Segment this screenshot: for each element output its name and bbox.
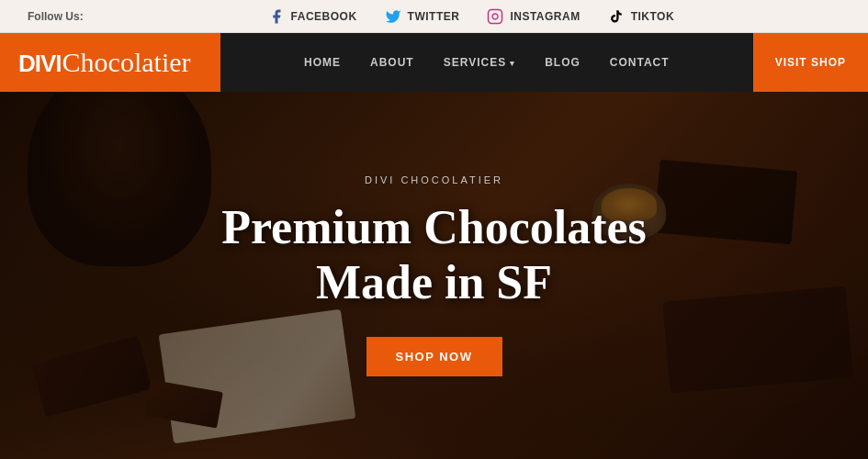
hero-title-line2: Made in SF bbox=[316, 256, 552, 308]
navbar: DIVI Chocolatier HOME ABOUT SERVICES ▾ B… bbox=[0, 33, 868, 92]
instagram-link[interactable]: INSTAGRAM bbox=[487, 8, 580, 25]
top-bar: Follow Us: FACEBOOK TWITTER INSTAGRAM bbox=[0, 0, 868, 33]
social-links: FACEBOOK TWITTER INSTAGRAM TIKTOK bbox=[102, 8, 840, 25]
hero-title: Premium Chocolates Made in SF bbox=[221, 200, 647, 310]
visit-shop-button[interactable]: VISIT SHOP bbox=[753, 33, 868, 92]
nav-contact[interactable]: CONTACT bbox=[610, 56, 670, 69]
hero-subtitle: DIVI CHOCOLATIER bbox=[365, 174, 503, 185]
twitter-label: TWITTER bbox=[408, 10, 460, 23]
hero-content: DIVI CHOCOLATIER Premium Chocolates Made… bbox=[0, 92, 868, 459]
nav-services[interactable]: SERVICES ▾ bbox=[444, 56, 515, 69]
twitter-icon bbox=[385, 8, 401, 25]
hero-section: DIVI CHOCOLATIER Premium Chocolates Made… bbox=[0, 92, 868, 459]
logo: DIVI Chocolatier bbox=[18, 47, 191, 78]
nav-about[interactable]: ABOUT bbox=[370, 56, 414, 69]
nav-blog[interactable]: BLOG bbox=[545, 56, 581, 69]
tiktok-label: TIKTOK bbox=[631, 10, 674, 23]
hero-title-line1: Premium Chocolates bbox=[221, 201, 647, 253]
instagram-icon bbox=[487, 8, 503, 25]
follow-us-label: Follow Us: bbox=[28, 10, 84, 23]
services-dropdown-icon: ▾ bbox=[510, 59, 515, 68]
logo-divi: DIVI bbox=[18, 50, 62, 78]
tiktok-link[interactable]: TIKTOK bbox=[608, 8, 674, 25]
shop-now-button[interactable]: SHOP NOW bbox=[366, 337, 502, 376]
svg-rect-0 bbox=[489, 9, 502, 23]
facebook-label: FACEBOOK bbox=[291, 10, 357, 23]
tiktok-icon bbox=[608, 8, 625, 25]
twitter-link[interactable]: TWITTER bbox=[385, 8, 460, 25]
logo-area[interactable]: DIVI Chocolatier bbox=[0, 33, 220, 92]
nav-links: HOME ABOUT SERVICES ▾ BLOG CONTACT bbox=[220, 56, 753, 69]
logo-script: Chocolatier bbox=[62, 47, 191, 78]
facebook-icon bbox=[268, 8, 285, 25]
facebook-link[interactable]: FACEBOOK bbox=[268, 8, 357, 25]
instagram-label: INSTAGRAM bbox=[510, 10, 580, 23]
nav-home[interactable]: HOME bbox=[304, 56, 341, 69]
